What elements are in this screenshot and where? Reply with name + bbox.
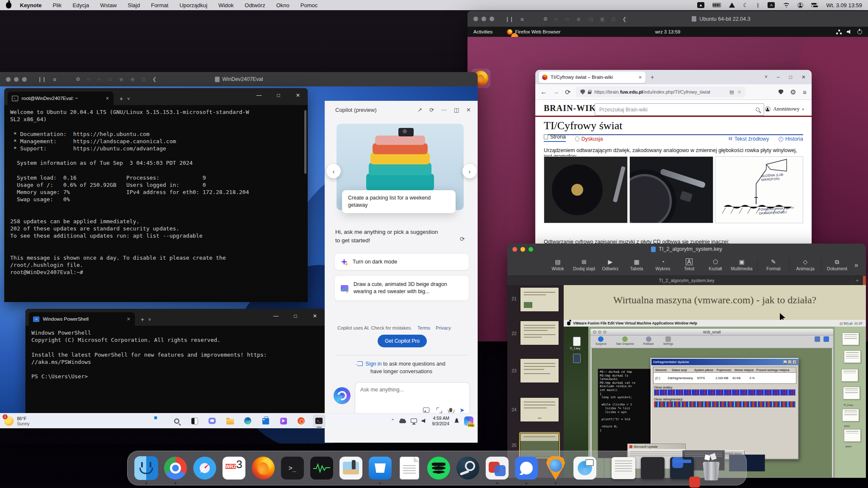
slide-title[interactable]: Wirtualna maszyna (vmware.com) - jak to … bbox=[564, 294, 866, 306]
tracking-shield-icon[interactable] bbox=[580, 89, 585, 94]
dock-screen-sharing[interactable] bbox=[572, 455, 598, 481]
dock-preview[interactable] bbox=[338, 455, 364, 481]
search-button[interactable] bbox=[170, 415, 183, 427]
dock-google-earth[interactable] bbox=[543, 455, 568, 481]
tab-list-chevron-icon[interactable]: ˅ bbox=[765, 74, 768, 80]
slide-navigator[interactable]: 21 22 23 24 ••• 25 bbox=[507, 285, 564, 478]
wiki-tab-page[interactable]: Strona bbox=[550, 134, 566, 140]
tab-close-icon[interactable]: ✕ bbox=[106, 96, 109, 101]
wiki-tab-talk[interactable]: Dyskusja bbox=[581, 136, 603, 142]
refresh-icon[interactable]: ⟳ bbox=[429, 107, 434, 113]
copilot-card-tooltip[interactable]: Create a packing list for a weekend geta… bbox=[342, 190, 456, 213]
start-button[interactable] bbox=[153, 415, 165, 427]
new-document-tab-icon[interactable]: + bbox=[852, 276, 862, 285]
wrench-icon[interactable]: ⚙ bbox=[543, 16, 548, 22]
gnome-clock[interactable]: wrz 3 13:59 bbox=[655, 29, 680, 34]
wifi-icon[interactable] bbox=[783, 3, 790, 8]
pause-icon[interactable]: ❙❙ bbox=[505, 16, 514, 22]
windows-terminal-window[interactable]: >_ root@WinDev2407Eval: ~ ✕ + ˅ — □ ✕ We… bbox=[4, 88, 308, 302]
dock-firefox[interactable] bbox=[250, 455, 276, 481]
url-bar[interactable]: https://brain.fuw.edu.pl/edu/index.php/T… bbox=[576, 86, 746, 97]
apple-icon[interactable] bbox=[6, 2, 11, 8]
toolbar-odtworz[interactable]: ▶Odtwórz bbox=[597, 259, 623, 271]
volume-icon[interactable] bbox=[847, 30, 852, 34]
minimize-button[interactable]: – bbox=[777, 74, 780, 80]
dock-signal[interactable] bbox=[514, 455, 539, 481]
get-copilot-pro-button[interactable]: Get Copilot Pro bbox=[378, 335, 427, 347]
terminal-titlebar[interactable]: >_ root@WinDev2407Eval: ~ ✕ + ˅ — □ ✕ bbox=[4, 88, 308, 105]
search-icon[interactable] bbox=[756, 108, 760, 111]
copilot-panel[interactable]: Copilot (preview) ↗ ⟳ ⋯ ◫ ✕ Creat bbox=[325, 101, 478, 443]
notifications-bell-icon[interactable] bbox=[454, 418, 459, 424]
copilot-taskbar-icon[interactable]: PRE bbox=[464, 416, 473, 426]
clipchamp-button[interactable] bbox=[277, 415, 290, 427]
collapse-toolbar-icon[interactable]: ❮ bbox=[152, 76, 156, 82]
taskbar-weather[interactable]: 1 86°F Sunny bbox=[4, 416, 30, 426]
file-explorer-button[interactable] bbox=[224, 415, 236, 427]
reader-mode-icon[interactable]: ▤ bbox=[729, 89, 734, 95]
dock-chrome[interactable] bbox=[163, 455, 188, 481]
carousel-right-icon[interactable]: › bbox=[462, 164, 477, 178]
powershell-output[interactable]: Windows PowerShell Copyright (C) Microso… bbox=[25, 326, 325, 383]
menubar-clock[interactable]: Wt. 3.09 13:59 bbox=[826, 2, 862, 8]
chat-button[interactable] bbox=[206, 415, 219, 427]
bookmark-star-icon[interactable]: ☆ bbox=[737, 89, 742, 95]
maximize-button[interactable]: □ bbox=[269, 88, 288, 103]
firefox-window[interactable]: TI/Cyfrowy świat – Brain-wiki ✕ + ˅ – □ … bbox=[535, 70, 812, 269]
volume-tray-icon[interactable] bbox=[422, 419, 427, 423]
gnome-activities[interactable]: Activities bbox=[473, 29, 492, 34]
slide-canvas[interactable]: Wirtualna maszyna (vmware.com) - jak to … bbox=[564, 285, 866, 478]
moon-icon[interactable]: ☾ bbox=[743, 2, 748, 8]
slide-thumbnail-23[interactable] bbox=[520, 358, 559, 383]
ubuntu-vm-titlebar[interactable]: ❙❙ ⧇ ⚙ ‹› ▭ ◉ ◁) ▣ ⎙ ❮ Ubuntu 64-bit 22.… bbox=[467, 11, 868, 27]
edge-button[interactable] bbox=[242, 415, 254, 427]
maximize-button[interactable]: □ bbox=[286, 309, 305, 323]
terminal-tab[interactable]: >_ root@WinDev2407Eval: ~ ✕ bbox=[8, 92, 114, 105]
toolbar-ksztalt[interactable]: ⬠Kształt bbox=[702, 259, 729, 271]
menu-pomoc[interactable]: Pomoc bbox=[300, 2, 317, 8]
dock-keynote[interactable] bbox=[367, 455, 393, 481]
protections-icon[interactable] bbox=[779, 89, 783, 94]
close-button[interactable]: ✕ bbox=[305, 309, 325, 323]
powershell-tab[interactable]: > Windows PowerShell ✕ bbox=[29, 312, 135, 326]
terminal-scrollbar[interactable] bbox=[304, 110, 306, 174]
wiki-link-source[interactable]: Tekst źródłowy bbox=[734, 136, 769, 142]
windows-taskbar[interactable]: 1 86°F Sunny >_ ⌃ bbox=[0, 413, 478, 428]
menu-edycja[interactable]: Edycja bbox=[72, 2, 89, 8]
menu-format[interactable]: Format bbox=[151, 2, 168, 8]
store-button[interactable] bbox=[259, 415, 272, 427]
user-icon[interactable] bbox=[798, 3, 803, 8]
close-button[interactable]: ✕ bbox=[801, 74, 806, 80]
slide-thumbnail-22[interactable] bbox=[520, 321, 559, 345]
terms-link[interactable]: Terms bbox=[417, 325, 430, 330]
toolbar-animacja[interactable]: ◇Animacja bbox=[792, 259, 818, 271]
dock-steam[interactable] bbox=[455, 455, 481, 481]
sign-in-link[interactable]: Sign in bbox=[365, 361, 381, 367]
wiki-logo[interactable]: BRAIN-WIKI bbox=[544, 103, 600, 113]
turntable-photo-2[interactable] bbox=[629, 156, 713, 223]
snapshot-icon[interactable]: ⧇ bbox=[53, 76, 56, 82]
tab-dropdown-icon[interactable]: ˅ bbox=[127, 97, 130, 101]
back-icon[interactable]: ← bbox=[540, 88, 547, 96]
close-icon[interactable]: ✕ bbox=[466, 107, 471, 113]
pause-icon[interactable]: ❙❙ bbox=[38, 76, 46, 82]
screenshot-icon[interactable] bbox=[437, 408, 442, 413]
display-tray-icon[interactable] bbox=[411, 419, 417, 423]
menu-uporzadkuj[interactable]: Uporządkuj bbox=[179, 2, 207, 8]
privacy-link[interactable]: Privacy bbox=[436, 325, 451, 330]
maximize-button[interactable]: □ bbox=[789, 74, 792, 80]
minimize-button[interactable]: — bbox=[249, 88, 269, 103]
close-button[interactable]: ✕ bbox=[288, 88, 308, 103]
windows-vm-titlebar[interactable]: ❙❙ ⧇ ⚙ ‹› ‹› ▭ ◉ ◉ ⎙ ❮ WinDev2407Eval bbox=[0, 72, 478, 86]
dock-minimized-document[interactable] bbox=[611, 455, 636, 481]
toolbar-widok[interactable]: ▤Widok bbox=[545, 259, 571, 271]
dock-trash[interactable] bbox=[698, 455, 724, 481]
toolbar-tekst[interactable]: 🄰Tekst bbox=[676, 259, 702, 271]
tab-dropdown-icon[interactable]: ˅ bbox=[148, 317, 151, 322]
terminal-output[interactable]: Welcome to Ubuntu 20.04.4 LTS (GNU/Linux… bbox=[4, 105, 308, 280]
extensions-icon[interactable]: ⚙ bbox=[790, 88, 796, 96]
onedrive-icon[interactable] bbox=[399, 420, 406, 423]
window-traffic-lights[interactable] bbox=[6, 77, 27, 82]
battery-icon[interactable] bbox=[712, 3, 721, 7]
suggestion-draw-dragon[interactable]: Draw a cute, animated 3D beige dragonwea… bbox=[334, 275, 469, 301]
